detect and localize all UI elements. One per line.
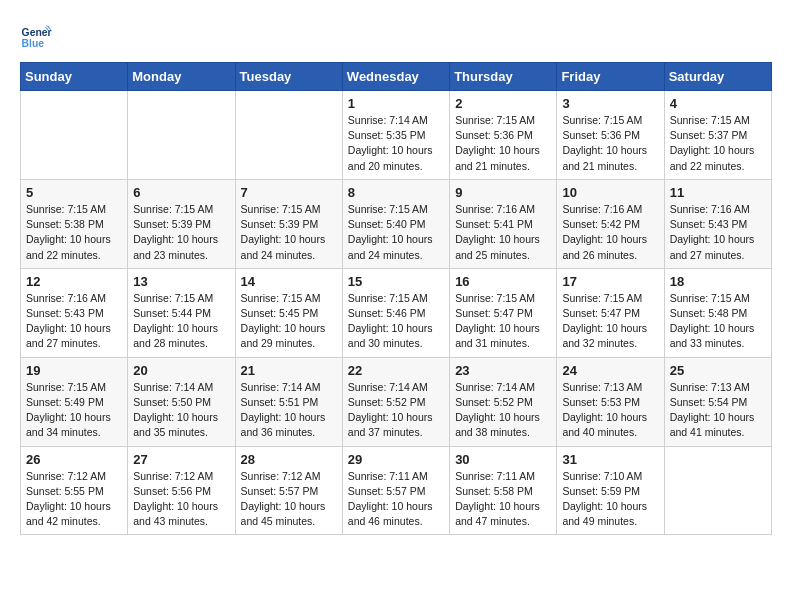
cell-content: Sunrise: 7:15 AMSunset: 5:37 PMDaylight:… [670, 113, 766, 174]
calendar-cell: 21Sunrise: 7:14 AMSunset: 5:51 PMDayligh… [235, 357, 342, 446]
calendar-cell: 4Sunrise: 7:15 AMSunset: 5:37 PMDaylight… [664, 91, 771, 180]
calendar-cell: 25Sunrise: 7:13 AMSunset: 5:54 PMDayligh… [664, 357, 771, 446]
cell-content: Sunrise: 7:15 AMSunset: 5:39 PMDaylight:… [241, 202, 337, 263]
calendar-cell: 19Sunrise: 7:15 AMSunset: 5:49 PMDayligh… [21, 357, 128, 446]
cell-content: Sunrise: 7:15 AMSunset: 5:46 PMDaylight:… [348, 291, 444, 352]
day-number: 4 [670, 96, 766, 111]
cell-content: Sunrise: 7:11 AMSunset: 5:58 PMDaylight:… [455, 469, 551, 530]
calendar-cell: 17Sunrise: 7:15 AMSunset: 5:47 PMDayligh… [557, 268, 664, 357]
cell-content: Sunrise: 7:16 AMSunset: 5:42 PMDaylight:… [562, 202, 658, 263]
day-number: 11 [670, 185, 766, 200]
cell-content: Sunrise: 7:16 AMSunset: 5:43 PMDaylight:… [26, 291, 122, 352]
day-number: 1 [348, 96, 444, 111]
day-number: 13 [133, 274, 229, 289]
day-number: 28 [241, 452, 337, 467]
week-row-4: 19Sunrise: 7:15 AMSunset: 5:49 PMDayligh… [21, 357, 772, 446]
day-number: 20 [133, 363, 229, 378]
day-number: 25 [670, 363, 766, 378]
day-number: 12 [26, 274, 122, 289]
calendar-cell: 24Sunrise: 7:13 AMSunset: 5:53 PMDayligh… [557, 357, 664, 446]
day-number: 31 [562, 452, 658, 467]
day-number: 15 [348, 274, 444, 289]
header: General Blue [20, 20, 772, 52]
calendar-cell: 14Sunrise: 7:15 AMSunset: 5:45 PMDayligh… [235, 268, 342, 357]
day-number: 29 [348, 452, 444, 467]
cell-content: Sunrise: 7:13 AMSunset: 5:54 PMDaylight:… [670, 380, 766, 441]
day-number: 2 [455, 96, 551, 111]
svg-text:Blue: Blue [22, 38, 45, 49]
calendar-cell: 20Sunrise: 7:14 AMSunset: 5:50 PMDayligh… [128, 357, 235, 446]
calendar-cell: 29Sunrise: 7:11 AMSunset: 5:57 PMDayligh… [342, 446, 449, 535]
calendar-cell: 22Sunrise: 7:14 AMSunset: 5:52 PMDayligh… [342, 357, 449, 446]
weekday-header-monday: Monday [128, 63, 235, 91]
calendar-cell: 28Sunrise: 7:12 AMSunset: 5:57 PMDayligh… [235, 446, 342, 535]
day-number: 26 [26, 452, 122, 467]
weekday-header-tuesday: Tuesday [235, 63, 342, 91]
calendar-cell: 31Sunrise: 7:10 AMSunset: 5:59 PMDayligh… [557, 446, 664, 535]
cell-content: Sunrise: 7:14 AMSunset: 5:51 PMDaylight:… [241, 380, 337, 441]
calendar-cell: 6Sunrise: 7:15 AMSunset: 5:39 PMDaylight… [128, 179, 235, 268]
calendar-cell: 3Sunrise: 7:15 AMSunset: 5:36 PMDaylight… [557, 91, 664, 180]
day-number: 7 [241, 185, 337, 200]
logo: General Blue [20, 20, 56, 52]
week-row-5: 26Sunrise: 7:12 AMSunset: 5:55 PMDayligh… [21, 446, 772, 535]
day-number: 8 [348, 185, 444, 200]
calendar-cell: 8Sunrise: 7:15 AMSunset: 5:40 PMDaylight… [342, 179, 449, 268]
calendar-cell [664, 446, 771, 535]
weekday-header-saturday: Saturday [664, 63, 771, 91]
cell-content: Sunrise: 7:15 AMSunset: 5:36 PMDaylight:… [562, 113, 658, 174]
cell-content: Sunrise: 7:16 AMSunset: 5:41 PMDaylight:… [455, 202, 551, 263]
calendar-cell: 18Sunrise: 7:15 AMSunset: 5:48 PMDayligh… [664, 268, 771, 357]
cell-content: Sunrise: 7:15 AMSunset: 5:48 PMDaylight:… [670, 291, 766, 352]
cell-content: Sunrise: 7:15 AMSunset: 5:45 PMDaylight:… [241, 291, 337, 352]
day-number: 10 [562, 185, 658, 200]
weekday-header-wednesday: Wednesday [342, 63, 449, 91]
cell-content: Sunrise: 7:14 AMSunset: 5:52 PMDaylight:… [348, 380, 444, 441]
day-number: 5 [26, 185, 122, 200]
week-row-2: 5Sunrise: 7:15 AMSunset: 5:38 PMDaylight… [21, 179, 772, 268]
day-number: 19 [26, 363, 122, 378]
calendar-cell: 30Sunrise: 7:11 AMSunset: 5:58 PMDayligh… [450, 446, 557, 535]
cell-content: Sunrise: 7:15 AMSunset: 5:36 PMDaylight:… [455, 113, 551, 174]
day-number: 22 [348, 363, 444, 378]
cell-content: Sunrise: 7:12 AMSunset: 5:56 PMDaylight:… [133, 469, 229, 530]
day-number: 23 [455, 363, 551, 378]
calendar-cell: 5Sunrise: 7:15 AMSunset: 5:38 PMDaylight… [21, 179, 128, 268]
weekday-header-thursday: Thursday [450, 63, 557, 91]
day-number: 21 [241, 363, 337, 378]
calendar-cell: 26Sunrise: 7:12 AMSunset: 5:55 PMDayligh… [21, 446, 128, 535]
cell-content: Sunrise: 7:13 AMSunset: 5:53 PMDaylight:… [562, 380, 658, 441]
cell-content: Sunrise: 7:15 AMSunset: 5:47 PMDaylight:… [562, 291, 658, 352]
calendar-cell: 12Sunrise: 7:16 AMSunset: 5:43 PMDayligh… [21, 268, 128, 357]
cell-content: Sunrise: 7:16 AMSunset: 5:43 PMDaylight:… [670, 202, 766, 263]
calendar-cell: 9Sunrise: 7:16 AMSunset: 5:41 PMDaylight… [450, 179, 557, 268]
week-row-1: 1Sunrise: 7:14 AMSunset: 5:35 PMDaylight… [21, 91, 772, 180]
calendar-cell: 13Sunrise: 7:15 AMSunset: 5:44 PMDayligh… [128, 268, 235, 357]
calendar-cell [128, 91, 235, 180]
cell-content: Sunrise: 7:15 AMSunset: 5:39 PMDaylight:… [133, 202, 229, 263]
weekday-header-sunday: Sunday [21, 63, 128, 91]
cell-content: Sunrise: 7:14 AMSunset: 5:50 PMDaylight:… [133, 380, 229, 441]
day-number: 17 [562, 274, 658, 289]
calendar-cell: 10Sunrise: 7:16 AMSunset: 5:42 PMDayligh… [557, 179, 664, 268]
cell-content: Sunrise: 7:15 AMSunset: 5:49 PMDaylight:… [26, 380, 122, 441]
day-number: 27 [133, 452, 229, 467]
calendar-cell: 16Sunrise: 7:15 AMSunset: 5:47 PMDayligh… [450, 268, 557, 357]
calendar-cell [235, 91, 342, 180]
cell-content: Sunrise: 7:11 AMSunset: 5:57 PMDaylight:… [348, 469, 444, 530]
day-number: 9 [455, 185, 551, 200]
calendar-cell: 27Sunrise: 7:12 AMSunset: 5:56 PMDayligh… [128, 446, 235, 535]
cell-content: Sunrise: 7:15 AMSunset: 5:38 PMDaylight:… [26, 202, 122, 263]
calendar-cell: 15Sunrise: 7:15 AMSunset: 5:46 PMDayligh… [342, 268, 449, 357]
calendar-table: SundayMondayTuesdayWednesdayThursdayFrid… [20, 62, 772, 535]
logo-icon: General Blue [20, 20, 52, 52]
calendar-cell: 23Sunrise: 7:14 AMSunset: 5:52 PMDayligh… [450, 357, 557, 446]
cell-content: Sunrise: 7:12 AMSunset: 5:55 PMDaylight:… [26, 469, 122, 530]
weekday-header-friday: Friday [557, 63, 664, 91]
day-number: 24 [562, 363, 658, 378]
day-number: 30 [455, 452, 551, 467]
week-row-3: 12Sunrise: 7:16 AMSunset: 5:43 PMDayligh… [21, 268, 772, 357]
cell-content: Sunrise: 7:14 AMSunset: 5:35 PMDaylight:… [348, 113, 444, 174]
cell-content: Sunrise: 7:10 AMSunset: 5:59 PMDaylight:… [562, 469, 658, 530]
calendar-cell: 7Sunrise: 7:15 AMSunset: 5:39 PMDaylight… [235, 179, 342, 268]
